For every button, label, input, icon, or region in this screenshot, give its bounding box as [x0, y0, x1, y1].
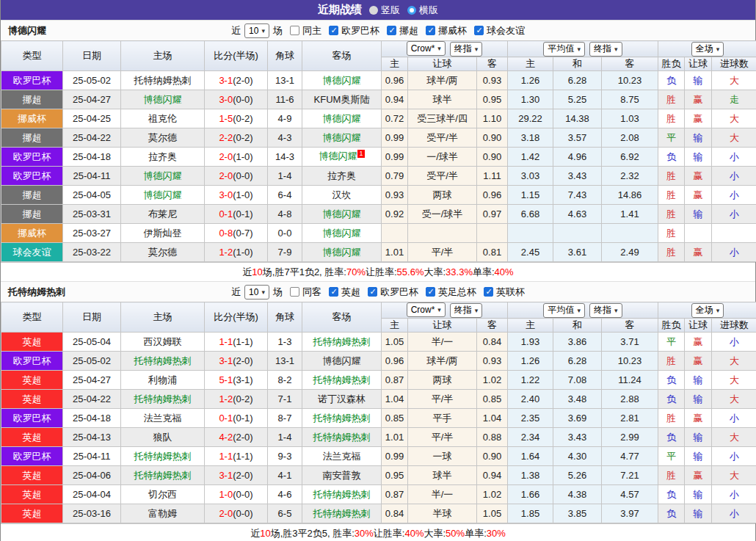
crow-select[interactable]: Crow*▾ — [407, 302, 446, 317]
summary-segment: 场,胜3平2负5, 胜率: — [271, 527, 355, 540]
away-team[interactable]: 汉坎 — [302, 186, 382, 205]
away-team[interactable]: 托特纳姆热刺 — [302, 485, 382, 504]
home-team[interactable]: 博德闪耀 — [121, 186, 205, 205]
avg-away-odds: 7.21 — [602, 466, 658, 485]
recent-count-select[interactable]: 10▾ — [244, 285, 269, 299]
home-team[interactable]: 托特纳姆热刺 — [121, 352, 205, 371]
away-team[interactable]: 博德闪耀 — [302, 205, 382, 224]
league-filter-checkbox[interactable] — [387, 26, 396, 35]
home-team[interactable]: 祖克伦 — [121, 109, 205, 128]
away-team[interactable]: KFUM奥斯陆 — [302, 90, 382, 109]
home-team[interactable]: 博德闪耀 — [121, 90, 205, 109]
league-type-cell: 欧罗巴杯 — [1, 71, 63, 90]
home-team[interactable]: 狼队 — [121, 428, 205, 447]
home-team[interactable]: 莫尔德 — [121, 128, 205, 148]
away-team[interactable]: 博德闪耀 — [302, 71, 382, 90]
home-team[interactable]: 博德闪耀 — [121, 167, 205, 186]
home-team[interactable]: 伊斯灿登 — [121, 224, 205, 243]
league-type-cell: 挪超 — [1, 90, 63, 109]
home-team[interactable]: 拉齐奥 — [121, 148, 205, 167]
average-select[interactable]: 平均值▾ — [543, 303, 585, 318]
away-team[interactable]: 博德闪耀 — [302, 352, 382, 371]
league-filter-checkbox[interactable] — [329, 287, 338, 297]
full-match-select[interactable]: 全场▾ — [691, 42, 724, 57]
full-time-score: 3-1 — [219, 470, 233, 481]
home-team[interactable]: 托特纳姆热刺 — [121, 466, 205, 485]
league-filter-checkbox[interactable] — [329, 26, 338, 35]
let-away-odds: 0.96 — [477, 186, 508, 205]
away-team[interactable]: 托特纳姆热刺 — [302, 504, 382, 523]
avg-away-odds: 3.97 — [602, 504, 658, 523]
home-team[interactable]: 切尔西 — [121, 485, 205, 504]
header-select-group: 全场▾ — [658, 41, 756, 57]
avg-draw-odds: 4.38 — [553, 485, 602, 504]
away-team[interactable]: 博德闪耀 — [302, 224, 382, 243]
league-filter-checkbox[interactable] — [474, 26, 484, 35]
same-venue-checkbox[interactable] — [290, 26, 299, 35]
corner-cell: 1-4 — [268, 167, 302, 186]
home-team[interactable]: 富勒姆 — [121, 504, 205, 523]
avg-draw-odds: 3.85 — [553, 504, 602, 523]
corner-cell: 7-9 — [268, 243, 302, 262]
away-team[interactable]: 法兰克福 — [302, 447, 382, 466]
layout-radio-vertical[interactable]: 竖版 — [369, 4, 400, 17]
final-index-select-2[interactable]: 终指▾ — [589, 303, 622, 318]
away-team[interactable]: 诺丁汉森林 — [302, 390, 382, 409]
home-team[interactable]: 莫尔德 — [121, 243, 205, 262]
home-team[interactable]: 托特纳姆热刺 — [121, 447, 205, 466]
home-team[interactable]: 托特纳姆热刺 — [121, 390, 205, 409]
let-home-odds: 0.87 — [382, 371, 408, 390]
away-team[interactable]: 博德闪耀 — [302, 109, 382, 128]
avg-draw-odds: 7.43 — [553, 186, 602, 205]
header-select-group: 全场▾ — [658, 302, 756, 319]
result-wdl: 胜 — [658, 90, 685, 109]
average-select[interactable]: 平均值▾ — [543, 42, 585, 57]
crow-select[interactable]: Crow*▾ — [407, 41, 446, 56]
away-team[interactable]: 南安普敦 — [302, 466, 382, 485]
home-team[interactable]: 法兰克福 — [121, 409, 205, 428]
home-team[interactable]: 布莱尼 — [121, 205, 205, 224]
same-venue-checkbox[interactable] — [290, 287, 299, 297]
final-index-select-2[interactable]: 终指▾ — [589, 42, 622, 57]
away-team[interactable]: 托特纳姆热刺 — [302, 371, 382, 390]
league-filter-checkbox[interactable] — [368, 287, 377, 297]
home-team[interactable]: 西汉姆联 — [121, 333, 205, 352]
away-team[interactable]: 托特纳姆热刺 — [302, 428, 382, 447]
summary-segment: 大率: — [424, 266, 446, 279]
layout-radio-horizontal[interactable]: 横版 — [407, 4, 438, 17]
table-row: 英超25-03-16富勒姆2-0(0-0)6-5托特纳姆热刺0.84半球1.05… — [1, 504, 756, 523]
full-match-select[interactable]: 全场▾ — [691, 303, 724, 318]
avg-home-odds: 2.45 — [508, 243, 553, 262]
score-cell: 3-1(2-0) — [205, 352, 268, 371]
league-filter-checkbox[interactable] — [484, 287, 493, 297]
home-team[interactable]: 托特纳姆热刺 — [121, 71, 205, 90]
date-cell: 25-05-04 — [63, 333, 121, 352]
league-filter-checkbox[interactable] — [426, 26, 435, 35]
result-handicap: 输 — [685, 148, 712, 167]
result-goals — [712, 224, 756, 243]
avg-away-odds: 3.71 — [602, 333, 658, 352]
date-cell: 25-04-25 — [63, 109, 121, 128]
final-index-select[interactable]: 终指▾ — [450, 303, 483, 318]
away-team[interactable]: 博德闪耀 — [302, 128, 382, 148]
final-index-select[interactable]: 终指▾ — [450, 42, 483, 57]
home-team[interactable]: 利物浦 — [121, 371, 205, 390]
result-wdl: 平 — [658, 333, 685, 352]
avg-draw-odds: 3.69 — [553, 409, 602, 428]
result-handicap: 输 — [685, 128, 712, 148]
summary-segment: 30% — [355, 528, 374, 539]
recent-count-select[interactable]: 10▾ — [244, 23, 269, 38]
away-team[interactable]: 托特纳姆热刺 — [302, 409, 382, 428]
away-team[interactable]: 拉齐奥 — [302, 167, 382, 186]
recent-prefix-label: 近 — [231, 24, 241, 37]
score-cell: 3-0(1-0) — [205, 186, 268, 205]
league-type-cell: 英超 — [1, 371, 63, 390]
avg-home-odds: 1.30 — [508, 90, 553, 109]
let-home-odds: 0.99 — [382, 128, 408, 148]
handicap-line: 受平/半 — [408, 128, 477, 148]
sub-column-header: 让球 — [685, 57, 712, 71]
league-filter-checkbox[interactable] — [426, 287, 435, 297]
away-team[interactable]: 博德闪耀 — [302, 243, 382, 262]
away-team[interactable]: 托特纳姆热刺 — [302, 333, 382, 352]
away-team[interactable]: 博德闪耀1 — [302, 148, 382, 167]
